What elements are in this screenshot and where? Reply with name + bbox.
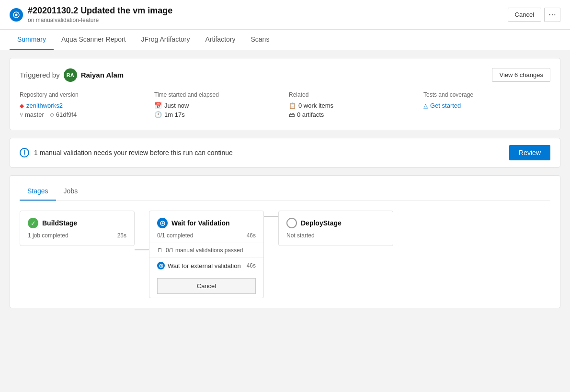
buildstage-duration: 25s — [117, 232, 126, 239]
buildstage-name: BuildStage — [42, 219, 77, 227]
svg-point-5 — [160, 265, 162, 267]
pipeline-icon — [10, 8, 23, 22]
tab-summary[interactable]: Summary — [10, 30, 54, 50]
tab-jfrog-artifactory[interactable]: JFrog Artifactory — [134, 30, 198, 50]
tab-scans[interactable]: Scans — [243, 30, 277, 50]
svg-point-3 — [161, 222, 163, 224]
clock-icon: 🕐 — [154, 111, 162, 118]
cancel-stage-button[interactable]: Cancel — [157, 278, 256, 294]
branch-icon: ⑂ — [20, 112, 23, 118]
more-options-button[interactable]: ⋯ — [544, 8, 560, 22]
wait-validation-top: Wait for Validation 0/1 completed 46s — [149, 211, 263, 243]
buildstage-status-label: 1 job completed — [28, 232, 68, 239]
wait-validation-status-label: 0/1 completed — [157, 232, 193, 239]
repo-icon: ◆ — [20, 102, 24, 109]
commit-item: ◇ 61df9f4 — [50, 111, 77, 118]
tab-aqua-scanner-report[interactable]: Aqua Scanner Report — [54, 30, 134, 50]
wait-validation-status-row: 0/1 completed 46s — [157, 232, 256, 239]
page-subtitle: on manualvalidation-feature — [28, 17, 172, 23]
triggered-by-label: Triggered by — [20, 71, 60, 79]
page-title: #20201130.2 Updated the vm image — [28, 6, 172, 16]
time-started: 📅 Just now — [154, 102, 281, 109]
wait-external-label: Wait for external validation — [168, 262, 241, 269]
stage-wait-validation: Wait for Validation 0/1 completed 46s 🗒 … — [149, 211, 264, 298]
related-label: Related — [289, 91, 416, 98]
stage-tab-jobs[interactable]: Jobs — [56, 183, 86, 201]
triggered-row: Triggered by RA Raiyan Alam View 6 chang… — [20, 68, 550, 82]
info-icon: i — [20, 148, 29, 157]
deploystage-status-label: Not started — [286, 232, 315, 239]
stages-card: Stages Jobs ✓ BuildStage 1 job completed… — [10, 175, 560, 308]
info-grid: Repository and version ◆ zenithworks2 ⑂ … — [20, 91, 550, 120]
work-items: 📋 0 work items — [289, 102, 416, 109]
stage-tab-stages[interactable]: Stages — [20, 183, 56, 201]
wait-external-left: Wait for external validation — [157, 262, 241, 269]
wait-validation-status-icon — [157, 218, 168, 228]
stage-deploystage: DeployStage Not started — [278, 211, 393, 246]
connector-2 — [264, 216, 278, 217]
wait-external-icon — [157, 262, 165, 269]
avatar: RA — [64, 68, 77, 82]
stages-row: ✓ BuildStage 1 job completed 25s — [20, 211, 550, 298]
deploystage-name: DeployStage — [301, 219, 342, 227]
manual-val-icon: 🗒 — [157, 247, 163, 254]
get-started-link[interactable]: △ Get started — [423, 102, 550, 109]
connector-1 — [135, 249, 149, 250]
repo-name-link[interactable]: ◆ zenithworks2 — [20, 102, 147, 109]
time-section: Time started and elapsed 📅 Just now 🕐 1m… — [154, 91, 281, 120]
buildstage-status-row: 1 job completed 25s — [28, 232, 126, 239]
deploystage-status-icon — [286, 218, 297, 228]
branch-row: ⑂ master ◇ 61df9f4 — [20, 111, 147, 118]
trigger-name: Raiyan Alam — [81, 71, 124, 79]
artifacts-icon: 🗃 — [289, 112, 295, 118]
svg-point-1 — [15, 13, 18, 16]
time-label: Time started and elapsed — [154, 91, 281, 98]
triggered-left: Triggered by RA Raiyan Alam — [20, 68, 124, 82]
elapsed-time: 🕐 1m 17s — [154, 111, 281, 118]
stage-tab-bar: Stages Jobs — [20, 183, 550, 201]
wait-validation-header: Wait for Validation — [157, 218, 256, 228]
stage-buildstage: ✓ BuildStage 1 job completed 25s — [20, 211, 135, 246]
wait-validation-name: Wait for Validation — [171, 219, 230, 227]
branch-item: ⑂ master — [20, 111, 44, 118]
tests-label: Tests and coverage — [423, 91, 550, 98]
top-bar-left: #20201130.2 Updated the vm image on manu… — [10, 6, 172, 23]
info-card: Triggered by RA Raiyan Alam View 6 chang… — [10, 58, 560, 130]
view-changes-button[interactable]: View 6 changes — [492, 68, 550, 82]
buildstage-status-icon: ✓ — [28, 218, 38, 228]
top-bar-right: Cancel ⋯ — [508, 8, 560, 22]
cancel-stage-row: Cancel — [149, 273, 263, 298]
review-button[interactable]: Review — [509, 145, 550, 160]
manual-validations-row: 🗒 0/1 manual validations passed — [149, 243, 263, 258]
buildstage-header: ✓ BuildStage — [28, 218, 126, 228]
validation-message: 1 manual validation needs your review be… — [34, 149, 233, 157]
deploystage-header: DeployStage — [286, 218, 385, 228]
tab-bar: Summary Aqua Scanner Report JFrog Artifa… — [0, 30, 570, 50]
related-section: Related 📋 0 work items 🗃 0 artifacts — [289, 91, 416, 120]
repo-section: Repository and version ◆ zenithworks2 ⑂ … — [20, 91, 147, 120]
title-block: #20201130.2 Updated the vm image on manu… — [28, 6, 172, 23]
artifacts: 🗃 0 artifacts — [289, 111, 416, 118]
calendar-icon: 📅 — [154, 102, 162, 109]
validation-message-row: i 1 manual validation needs your review … — [20, 148, 233, 157]
repo-label: Repository and version — [20, 91, 147, 98]
main-content: Triggered by RA Raiyan Alam View 6 chang… — [0, 50, 570, 324]
deploystage-status-row: Not started — [286, 232, 385, 239]
get-started-icon: △ — [423, 102, 428, 109]
tab-artifactory[interactable]: Artifactory — [197, 30, 243, 50]
top-bar: #20201130.2 Updated the vm image on manu… — [0, 0, 570, 30]
manual-val-label: 0/1 manual validations passed — [166, 247, 243, 254]
validation-banner: i 1 manual validation needs your review … — [10, 138, 560, 168]
tests-section: Tests and coverage △ Get started — [423, 91, 550, 120]
wait-external-duration: 46s — [247, 262, 256, 269]
work-items-icon: 📋 — [289, 102, 296, 109]
cancel-button[interactable]: Cancel — [508, 8, 541, 22]
wait-external-row: Wait for external validation 46s — [149, 258, 263, 273]
commit-icon: ◇ — [50, 112, 54, 118]
wait-validation-duration: 46s — [247, 232, 256, 239]
